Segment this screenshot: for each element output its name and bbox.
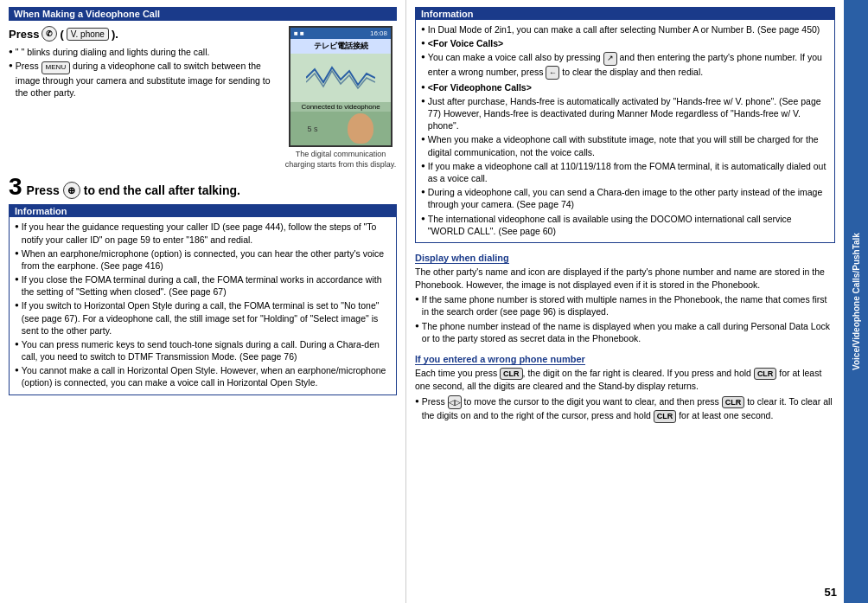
phone-screen-top: ■ ■ 16:08 <box>290 28 391 39</box>
image-caption: The digital communication charging start… <box>284 150 397 170</box>
left-column: When Making a Videophone Call Press ✆ ( … <box>0 0 406 603</box>
right-bullet-world: The international videophone call is ava… <box>421 213 829 237</box>
menu-key[interactable]: MENU <box>41 61 71 74</box>
right-bullet-handsfree: Just after purchase, Hands-free is autom… <box>421 95 829 132</box>
right-bullet-charge: When you make a videophone call with sub… <box>421 133 829 157</box>
clr-key-icon[interactable]: ← <box>546 66 559 80</box>
paren-close: ). <box>112 28 118 41</box>
right-bullet-110: If you make a videophone call at 110/119… <box>421 160 829 184</box>
display-dialing-body: The other party's name and icon are disp… <box>415 266 835 291</box>
right-bullet-voice: You can make a voice call also by pressi… <box>421 51 829 79</box>
info-bullet-2: When an earphone/microphone (option) is … <box>15 247 391 272</box>
end-call-key[interactable]: ⊕ <box>63 182 80 199</box>
phone-connected-text: Connected to videophone <box>290 102 391 112</box>
wrong-bullet-1: Press ◁▷ to move the cursor to the digit… <box>415 395 835 423</box>
left-top-area: Press ✆ ( V. phone ). " " blinks during … <box>9 26 397 170</box>
right-info-bullets: In Dual Mode of 2in1, you can make a cal… <box>421 23 829 237</box>
info-header-left: Information <box>10 205 396 217</box>
clr-key-hold[interactable]: CLR <box>754 368 777 381</box>
info-bullet-1: If you hear the guidance requesting your… <box>15 221 391 245</box>
main-content: When Making a Videophone Call Press ✆ ( … <box>0 0 868 603</box>
wrong-number-body: Each time you press CLR, the digit on th… <box>415 367 835 393</box>
clr-key-press[interactable]: CLR <box>500 368 523 381</box>
side-tab: Voice/Videophone Calls/PushTalk <box>844 0 868 603</box>
wave-area <box>290 54 391 102</box>
wrong-number-section: If you entered a wrong phone number Each… <box>415 350 835 423</box>
display-dialing-header: Display when dialing <box>415 253 509 264</box>
step-text: Press ⊕ to end the call after talking. <box>27 175 240 199</box>
bullet-blink-text: " " blinks during dialing and lights dur… <box>16 46 210 58</box>
phone-screen-middle <box>290 54 391 102</box>
info-bullet-5: You can press numeric keys to send touch… <box>15 338 391 362</box>
info-header-right: Information <box>416 8 834 20</box>
display-dialing-bullets: If the same phone number is stored with … <box>415 293 835 344</box>
bullet-menu: Press MENU during a videophone call to s… <box>9 60 278 99</box>
phone-timer: 5 s <box>307 125 317 133</box>
phone-screen-bottom: 5 s <box>290 112 391 145</box>
left-top-text: Press ✆ ( V. phone ). " " blinks during … <box>9 26 278 170</box>
press-line: Press ✆ ( V. phone ). <box>9 26 278 42</box>
dial-key[interactable]: ↗ <box>603 52 617 66</box>
screen-time: 16:08 <box>370 29 387 37</box>
top-bullets: " " blinks during dialing and lights dur… <box>9 46 278 99</box>
paren-open: ( <box>60 28 63 41</box>
wrong-number-bullets: Press ◁▷ to move the cursor to the digit… <box>415 395 835 423</box>
step-number: 3 <box>9 175 22 199</box>
step3-container: 3 Press ⊕ to end the call after talking. <box>9 175 397 199</box>
right-bullet-dual: In Dual Mode of 2in1, you can make a cal… <box>421 23 829 35</box>
info-box-left: Information If you hear the guidance req… <box>9 204 397 395</box>
face-icon <box>348 113 373 144</box>
step-text-rest: to end the call after talking. <box>84 183 240 197</box>
info-bullet-3: If you close the FOMA terminal during a … <box>15 273 391 298</box>
info-bullet-4: If you switch to Horizontal Open Style d… <box>15 299 391 337</box>
bullet-menu-text: Press MENU during a videophone call to s… <box>16 60 278 99</box>
info-bullets: If you hear the guidance requesting your… <box>15 221 391 388</box>
bullet-blink: " " blinks during dialing and lights dur… <box>9 46 278 58</box>
display-dialing-section: Display when dialing The other party's n… <box>415 248 835 344</box>
cursor-key[interactable]: ◁▷ <box>448 395 462 409</box>
clr-key-hold2[interactable]: CLR <box>654 410 677 422</box>
page-number: 51 <box>825 586 837 599</box>
right-bullet-voice-label: <For Voice Calls> <box>421 37 829 49</box>
right-bullet-video-label: <For Videophone Calls> <box>421 81 829 93</box>
info-box-right: Information In Dual Mode of 2in1, you ca… <box>415 7 835 243</box>
section-header: When Making a Videophone Call <box>9 7 397 21</box>
phone-screen: ■ ■ 16:08 テレビ電話接続 Connected to v <box>289 26 393 147</box>
wave-svg <box>306 61 375 95</box>
screen-top-left: ■ ■ <box>294 29 304 37</box>
display-bullet-2: The phone number instead of the name is … <box>415 320 835 344</box>
right-bullet-chara: During a videophone call, you can send a… <box>421 186 829 210</box>
vphone-key[interactable]: V. phone <box>67 28 109 41</box>
wrong-number-header: If you entered a wrong phone number <box>415 354 585 365</box>
phone-screen-title: テレビ電話接続 <box>290 39 391 54</box>
call-key[interactable]: ✆ <box>41 26 57 42</box>
right-column: Information In Dual Mode of 2in1, you ca… <box>406 0 844 603</box>
step-press-label: Press <box>27 183 60 197</box>
info-bullet-6: You cannot make a call in Horizontal Ope… <box>15 364 391 388</box>
press-label: Press <box>9 28 39 41</box>
phone-image: ■ ■ 16:08 テレビ電話接続 Connected to v <box>284 26 397 170</box>
display-bullet-1: If the same phone number is stored with … <box>415 293 835 318</box>
clr-key-clear[interactable]: CLR <box>722 396 745 408</box>
